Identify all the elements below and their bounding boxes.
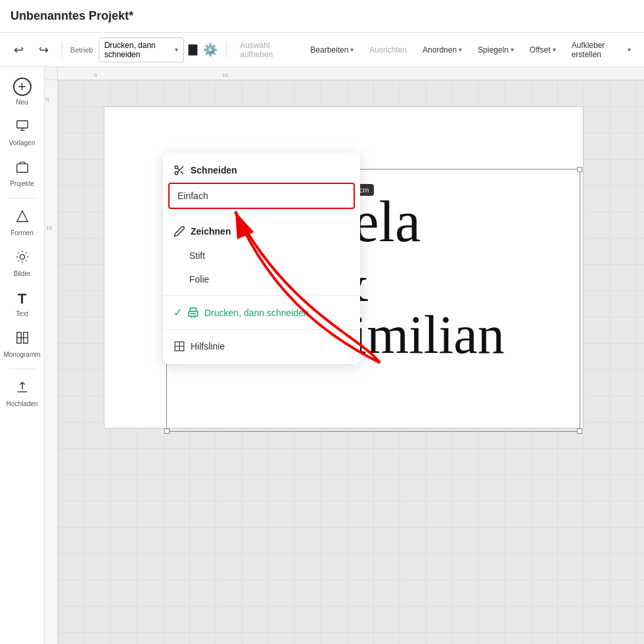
guide-icon: [173, 340, 185, 352]
operation-control: Drucken, dann schneiden ▾: [99, 37, 184, 62]
menu-zeichnen-header: Zeichnen: [163, 219, 360, 244]
scissors-icon: [173, 164, 185, 176]
projects-icon: [15, 160, 30, 177]
dropdown-menu: Schneiden Einfach Zeichnen Stift Folie: [163, 152, 360, 364]
menu-divider-1: [163, 214, 360, 215]
menu-stift-item[interactable]: Stift: [163, 244, 360, 267]
menu-folie-label: Folie: [189, 274, 209, 285]
sidebar-item-label: Bilder: [14, 270, 31, 277]
cancel-selection-button[interactable]: Auswahl aufheben: [235, 38, 300, 62]
separator-1: [62, 42, 62, 58]
edit-button[interactable]: Bearbeiten ▾: [305, 43, 359, 57]
templates-icon: [15, 119, 30, 137]
canvas-area[interactable]: 0 10 0 10 iela & aximilian cm x 6.8: [45, 67, 644, 644]
menu-stift-label: Stift: [189, 250, 205, 261]
selection-handle-tr[interactable]: [577, 167, 582, 172]
project-title: Unbenanntes Projekt*: [11, 9, 133, 23]
offset-chevron-icon: ▾: [553, 46, 556, 53]
menu-zeichnen-label: Zeichnen: [191, 226, 231, 237]
mirror-button[interactable]: Spiegeln ▾: [472, 43, 519, 57]
ruler-corner: [45, 67, 58, 80]
menu-divider-2: [163, 295, 360, 296]
menu-schneiden-header: Schneiden: [163, 158, 360, 183]
sidebar-divider-1: [9, 198, 35, 198]
mirror-label: Spiegeln: [478, 45, 509, 55]
left-sidebar: + Neu Vorlagen Projekte Formen: [0, 67, 45, 644]
sidebar-item-images[interactable]: Bilder: [3, 244, 42, 283]
shapes-icon: [15, 209, 30, 227]
offset-label: Offset: [530, 45, 551, 55]
menu-divider-3: [163, 329, 360, 330]
sidebar-item-templates[interactable]: Vorlagen: [3, 114, 42, 152]
monogram-icon: [15, 331, 30, 348]
redo-button[interactable]: ↪: [33, 39, 54, 60]
text-icon: T: [18, 290, 26, 308]
svg-point-6: [175, 166, 178, 169]
sidebar-item-shapes[interactable]: Formen: [3, 204, 42, 242]
sticker-chevron-icon: ▾: [628, 46, 631, 53]
menu-schneiden-label: Schneiden: [191, 165, 237, 175]
ruler-mark: 10: [222, 72, 228, 78]
edit-chevron-icon: ▾: [350, 46, 354, 53]
sidebar-item-label: Monogramm: [3, 351, 40, 358]
menu-folie-item[interactable]: Folie: [163, 267, 360, 291]
sidebar-item-label: Formen: [11, 229, 33, 237]
plus-icon: +: [13, 78, 32, 96]
sidebar-item-new[interactable]: + Neu: [3, 72, 42, 111]
ruler-mark: 10: [46, 225, 52, 231]
sidebar-item-label: Neu: [16, 99, 28, 106]
sidebar-item-label: Vorlagen: [9, 139, 35, 147]
ruler-left: 0 10: [45, 80, 58, 644]
checkmark-icon: ✓: [173, 306, 182, 319]
menu-einfach-label: Einfach: [177, 191, 208, 201]
menu-hilfslinie-label: Hilfslinie: [191, 341, 225, 352]
sidebar-item-upload[interactable]: Hochladen: [3, 375, 42, 413]
history-group: ↩ ↪: [8, 39, 54, 60]
offset-button[interactable]: Offset ▾: [524, 43, 561, 57]
settings-icon[interactable]: ⚙️: [202, 39, 219, 60]
ruler-mark: 0: [46, 97, 49, 103]
sidebar-item-label: Hochladen: [7, 400, 38, 407]
printer-icon: [187, 307, 199, 319]
undo-button[interactable]: ↩: [8, 39, 29, 60]
svg-point-2: [20, 254, 24, 259]
ruler-mark: 0: [94, 72, 97, 78]
arrange-chevron-icon: ▾: [459, 46, 462, 53]
color-swatch[interactable]: [188, 44, 198, 56]
sidebar-item-projects[interactable]: Projekte: [3, 154, 42, 193]
menu-hilfslinie-item[interactable]: Hilfslinie: [163, 334, 360, 359]
sidebar-item-label: Projekte: [10, 180, 34, 187]
operation-label-text: Betrieb: [70, 46, 93, 54]
selection-handle-bl[interactable]: [164, 428, 170, 434]
sidebar-item-label: Text: [16, 310, 28, 317]
chevron-down-icon: ▾: [175, 46, 178, 53]
ruler-top: 0 10: [58, 67, 644, 80]
svg-rect-0: [16, 121, 28, 128]
operation-dropdown[interactable]: Drucken, dann schneiden ▾: [99, 37, 184, 62]
sidebar-item-monogram[interactable]: Monogramm: [3, 325, 42, 363]
menu-einfach-item[interactable]: Einfach: [168, 183, 355, 209]
svg-rect-1: [16, 164, 28, 172]
menu-drucken-label: Drucken, dann schneiden: [204, 308, 309, 318]
images-icon: [15, 250, 30, 267]
svg-point-7: [175, 172, 178, 175]
toolbar: ↩ ↪ Betrieb Drucken, dann schneiden ▾ ⚙️…: [0, 33, 644, 67]
operation-group: Betrieb Drucken, dann schneiden ▾ ⚙️: [70, 37, 219, 62]
align-button[interactable]: Ausrichten: [364, 43, 412, 57]
sidebar-item-text[interactable]: T Text: [3, 285, 42, 323]
edit-label: Bearbeiten: [310, 45, 348, 55]
sticker-button[interactable]: Aufkleber erstellen ▾: [566, 38, 636, 62]
title-bar: Unbenanntes Projekt*: [0, 0, 644, 33]
arrange-button[interactable]: Anordnen ▾: [417, 43, 467, 57]
operation-value: Drucken, dann schneiden: [104, 41, 172, 59]
cancel-selection-label: Auswahl aufheben: [240, 41, 294, 59]
sticker-label: Aufkleber erstellen: [572, 41, 626, 59]
menu-drucken-item[interactable]: ✓ Drucken, dann schneiden: [163, 300, 360, 325]
selection-handle-br[interactable]: [577, 428, 582, 434]
pencil-icon: [173, 225, 185, 237]
separator-2: [226, 42, 227, 58]
main-layout: + Neu Vorlagen Projekte Formen: [0, 67, 644, 644]
arrange-label: Anordnen: [423, 45, 457, 55]
upload-icon: [15, 380, 30, 398]
align-label: Ausrichten: [369, 45, 407, 55]
